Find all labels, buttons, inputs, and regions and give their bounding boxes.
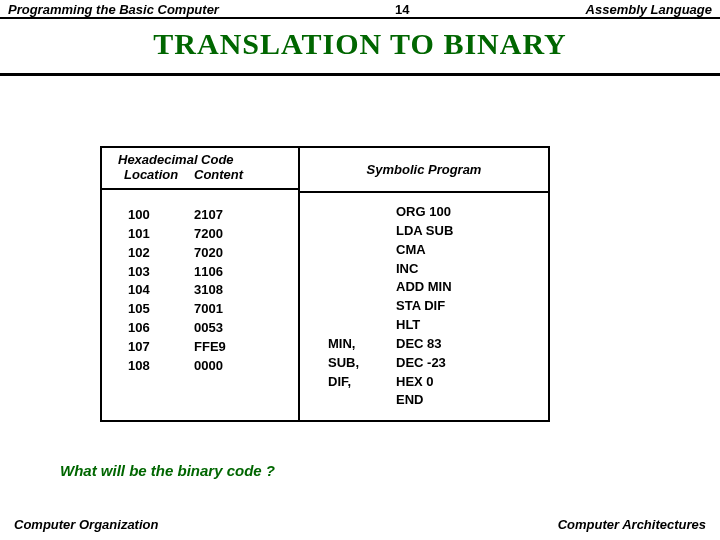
sym-body: ORG 100 LDA SUB CMA INC ADD MIN STA DIF … (300, 193, 548, 420)
table-row: CMA (306, 241, 542, 260)
table-row: HLT (306, 316, 542, 335)
header-left: Programming the Basic Computer (8, 2, 219, 17)
table-row: SUB,DEC -23 (306, 354, 542, 373)
hex-body: 1002107 1017200 1027020 1031106 1043108 … (102, 190, 298, 392)
page-number: 14 (395, 2, 409, 17)
hex-table-header: Hexadecimal Code Location Content (102, 148, 298, 190)
table-row: LDA SUB (306, 222, 542, 241)
hex-col-location: Location (114, 167, 194, 182)
table-row: 1080000 (108, 357, 292, 376)
slide-header: Programming the Basic Computer 14 Assemb… (0, 0, 720, 19)
table-row: 1060053 (108, 319, 292, 338)
question-text: What will be the binary code ? (0, 422, 720, 479)
table-row: MIN,DEC 83 (306, 335, 542, 354)
slide-footer: Computer Organization Computer Architect… (0, 517, 720, 532)
table-row: 1017200 (108, 225, 292, 244)
table-row: 1031106 (108, 263, 292, 282)
table-row: 107FFE9 (108, 338, 292, 357)
content-area: Hexadecimal Code Location Content 100210… (0, 76, 720, 422)
table-row: 1043108 (108, 281, 292, 300)
header-right: Assembly Language (586, 2, 712, 17)
table-row: INC (306, 260, 542, 279)
table-row: ORG 100 (306, 203, 542, 222)
table-row: 1057001 (108, 300, 292, 319)
hex-col-content: Content (194, 167, 286, 182)
hex-title: Hexadecimal Code (108, 152, 292, 167)
table-row: 1027020 (108, 244, 292, 263)
hex-code-table: Hexadecimal Code Location Content 100210… (100, 146, 300, 422)
tables-row: Hexadecimal Code Location Content 100210… (100, 146, 720, 422)
table-row: DIF,HEX 0 (306, 373, 542, 392)
symbolic-program-table: Symbolic Program ORG 100 LDA SUB CMA INC… (300, 146, 550, 422)
footer-right: Computer Architectures (558, 517, 706, 532)
table-row: END (306, 391, 542, 410)
slide-title: TRANSLATION TO BINARY (0, 19, 720, 76)
sym-title: Symbolic Program (300, 148, 548, 193)
footer-left: Computer Organization (14, 517, 158, 532)
table-row: ADD MIN (306, 278, 542, 297)
table-row: 1002107 (108, 206, 292, 225)
table-row: STA DIF (306, 297, 542, 316)
